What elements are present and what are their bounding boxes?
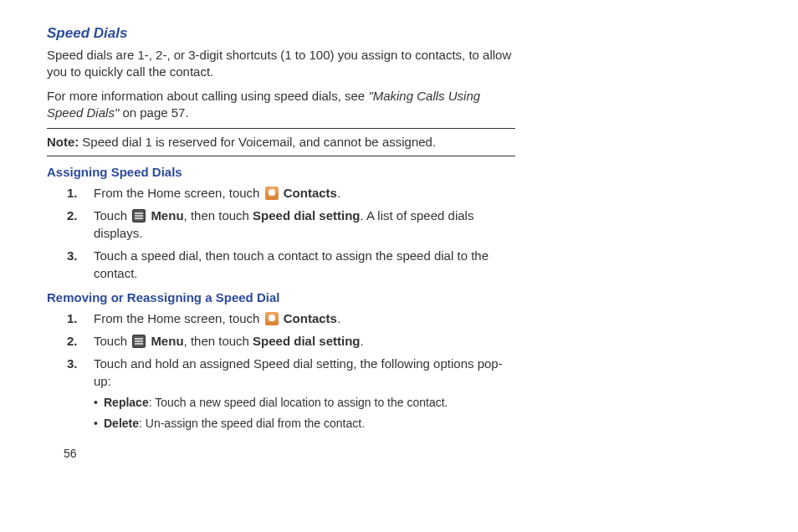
- contacts-icon: [265, 187, 279, 200]
- manual-page: Speed Dials Speed dials are 1-, 2-, or 3…: [0, 0, 549, 477]
- remove-step-1: From the Home screen, touch Contacts.: [85, 309, 515, 327]
- menu-label: Menu: [151, 208, 183, 223]
- options-list: Replace: Touch a new speed dial location…: [94, 395, 515, 432]
- intro-paragraph-2: For more information about calling using…: [47, 88, 515, 122]
- delete-label: Delete: [104, 417, 139, 430]
- text: Touch: [94, 334, 130, 348]
- assign-heading: Assigning Speed Dials: [47, 165, 515, 179]
- intro-p2-a: For more information about calling using…: [47, 89, 368, 103]
- intro-p2-b: on page 57.: [119, 105, 188, 120]
- text: .: [360, 334, 363, 348]
- text: .: [337, 186, 340, 200]
- contacts-label: Contacts: [284, 311, 337, 325]
- assign-step-2: Touch Menu, then touch Speed dial settin…: [85, 207, 515, 242]
- menu-label: Menu: [151, 334, 183, 348]
- note-text: Speed dial 1 is reserved for Voicemail, …: [82, 134, 515, 151]
- divider-top: [47, 128, 515, 129]
- text: From the Home screen, touch: [94, 186, 263, 200]
- option-replace: Replace: Touch a new speed dial location…: [94, 395, 515, 411]
- note-label: Note:: [47, 134, 79, 151]
- speed-dial-setting-label: Speed dial setting: [253, 334, 360, 348]
- text: From the Home screen, touch: [94, 311, 263, 325]
- replace-label: Replace: [104, 396, 149, 409]
- page-number: 56: [64, 447, 515, 460]
- contacts-icon: [265, 312, 279, 325]
- text: .: [337, 311, 340, 325]
- assign-steps: From the Home screen, touch Contacts. To…: [47, 184, 515, 282]
- menu-icon: [132, 335, 146, 348]
- remove-step-3: Touch and hold an assigned Speed dial se…: [85, 355, 515, 432]
- text: , then touch: [184, 334, 253, 348]
- speed-dial-setting-label: Speed dial setting: [253, 208, 360, 223]
- intro-paragraph-1: Speed dials are 1-, 2-, or 3-digit short…: [47, 47, 515, 81]
- contacts-label: Contacts: [284, 186, 337, 200]
- remove-step-2: Touch Menu, then touch Speed dial settin…: [85, 332, 515, 350]
- text: , then touch: [184, 208, 253, 223]
- text: Touch: [94, 208, 130, 223]
- replace-text: : Touch a new speed dial location to ass…: [149, 396, 448, 409]
- assign-step-1: From the Home screen, touch Contacts.: [85, 184, 515, 202]
- remove-steps: From the Home screen, touch Contacts. To…: [47, 309, 515, 432]
- note-block: Note: Speed dial 1 is reserved for Voice…: [47, 134, 515, 151]
- divider-bottom: [47, 156, 515, 156]
- assign-step-3: Touch a speed dial, then touch a contact…: [85, 247, 515, 282]
- section-title: Speed Dials: [47, 25, 515, 42]
- option-delete: Delete: Un-assign the speed dial from th…: [94, 416, 515, 432]
- menu-icon: [132, 209, 146, 223]
- text: Touch and hold an assigned Speed dial se…: [94, 356, 503, 388]
- remove-heading: Removing or Reassigning a Speed Dial: [47, 290, 515, 304]
- delete-text: : Un-assign the speed dial from the cont…: [139, 417, 365, 430]
